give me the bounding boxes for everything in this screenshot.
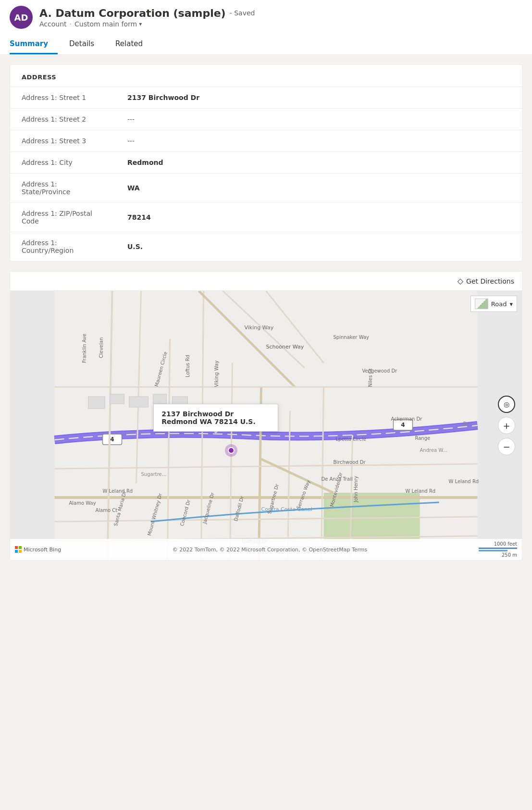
svg-text:Franklin Ave: Franklin Ave: [82, 334, 87, 363]
tab-related[interactable]: Related: [115, 35, 152, 54]
header-top: AD A. Datum Corporation (sample) - Saved…: [10, 6, 522, 33]
svg-text:Clevelan: Clevelan: [99, 337, 104, 358]
bing-sq-yellow: [19, 550, 22, 553]
svg-rect-55: [88, 397, 105, 409]
field-label-5: Address 1: ZIP/Postal Code: [10, 203, 116, 232]
svg-rect-2: [324, 493, 420, 541]
field-value-4: WA: [116, 174, 522, 203]
get-directions-label: Get Directions: [466, 277, 514, 285]
entity-avatar: AD: [10, 6, 33, 29]
field-value-5: 78214: [116, 203, 522, 232]
svg-text:Range: Range: [415, 436, 431, 441]
svg-text:Alamo Ct: Alamo Ct: [96, 508, 118, 513]
map-container: 4 4: [10, 291, 522, 560]
bing-logo-squares: [15, 546, 22, 553]
location-target-icon: ◎: [504, 400, 509, 408]
address-table: Address 1: Street 1 2137 Birchwood Dr Ad…: [10, 87, 522, 261]
svg-text:Contra Costa Canal: Contra Costa Canal: [261, 506, 312, 512]
map-address-tooltip: 2137 Birchwood Dr Redmond WA 78214 U.S.: [153, 404, 278, 432]
scale-line-light: [479, 550, 507, 551]
form-name: Custom main form: [74, 20, 137, 28]
pin-outer: [225, 444, 237, 457]
svg-text:John Henry: John Henry: [353, 476, 359, 503]
svg-rect-58: [153, 394, 167, 404]
address-section-title: ADDRESS: [10, 65, 522, 87]
address-row: Address 1: ZIP/Postal Code 78214: [10, 203, 522, 232]
scale-lines: [479, 548, 517, 551]
field-value-1: ---: [116, 109, 522, 130]
scale-line-blue: [479, 548, 517, 549]
minus-icon: −: [503, 442, 510, 452]
form-selector[interactable]: Custom main form ▾: [74, 20, 142, 28]
bing-label: Microsoft Bing: [24, 547, 61, 553]
get-directions-button[interactable]: ◇ Get Directions: [458, 276, 514, 286]
map-controls: ◎ + −: [498, 396, 515, 455]
svg-text:Andrea W...: Andrea W...: [420, 448, 447, 453]
pin-inner: [228, 447, 235, 454]
map-scale-bar: 1000 feet 250 m: [479, 541, 517, 558]
directions-icon: ◇: [458, 276, 463, 286]
svg-text:Schooner Way: Schooner Way: [266, 344, 304, 350]
breadcrumb-separator: ·: [70, 20, 72, 28]
svg-text:Vedgewood Dr: Vedgewood Dr: [362, 368, 398, 374]
my-location-button[interactable]: ◎: [498, 396, 515, 413]
entity-name: A. Datum Corporation (sample): [39, 7, 226, 19]
svg-text:4: 4: [110, 436, 114, 443]
svg-rect-56: [110, 394, 124, 404]
address-row: Address 1: City Redmond: [10, 152, 522, 174]
zoom-out-button[interactable]: −: [498, 438, 515, 455]
road-icon: [475, 299, 488, 309]
map-copyright: © 2022 TomTom, © 2022 Microsoft Corporat…: [173, 547, 368, 553]
svg-rect-57: [129, 397, 148, 407]
breadcrumb-account[interactable]: Account: [39, 20, 67, 28]
svg-text:Viking Way: Viking Way: [214, 361, 219, 387]
svg-text:Spinnaker Way: Spinnaker Way: [334, 335, 370, 340]
road-type-selector[interactable]: Road ▾: [470, 296, 517, 312]
svg-text:4: 4: [401, 422, 405, 428]
scale-feet-label: 1000 feet: [494, 541, 517, 547]
chevron-down-icon: ▾: [139, 21, 142, 27]
map-footer: Microsoft Bing © 2022 TomTom, © 2022 Mic…: [10, 539, 522, 560]
address-row: Address 1: Street 3 ---: [10, 130, 522, 152]
svg-text:Sugartre...: Sugartre...: [141, 472, 167, 477]
map-card: ◇ Get Directions: [10, 271, 522, 561]
tab-bar: Summary Details Related: [10, 35, 522, 54]
bing-sq-blue: [15, 550, 18, 553]
address-row: Address 1: Street 1 2137 Birchwood Dr: [10, 87, 522, 109]
header-title-group: A. Datum Corporation (sample) - Saved Ac…: [39, 7, 255, 28]
svg-text:Be...: Be...: [463, 421, 474, 426]
zoom-in-button[interactable]: +: [498, 417, 515, 434]
svg-text:Alamo Way: Alamo Way: [69, 500, 96, 506]
svg-text:Lpetta Circle: Lpetta Circle: [336, 436, 366, 442]
bing-sq-green: [19, 546, 22, 549]
svg-text:W Leland Rd: W Leland Rd: [103, 488, 133, 494]
svg-text:Ackerman Dr: Ackerman Dr: [391, 416, 423, 422]
road-chevron-icon: ▾: [509, 300, 513, 308]
svg-text:De Anza Trail: De Anza Trail: [322, 476, 353, 482]
svg-text:W Leland Rd: W Leland Rd: [406, 488, 436, 494]
address-row: Address 1: Street 2 ---: [10, 109, 522, 130]
field-value-2: ---: [116, 130, 522, 152]
address-row: Address 1: State/Province WA: [10, 174, 522, 203]
field-label-2: Address 1: Street 3: [10, 130, 116, 152]
breadcrumb: Account · Custom main form ▾: [39, 20, 255, 28]
svg-text:W Leland Rd: W Leland Rd: [449, 479, 479, 484]
field-label-4: Address 1: State/Province: [10, 174, 116, 203]
bing-sq-red: [15, 546, 18, 549]
svg-text:Birchwood Dr: Birchwood Dr: [334, 460, 366, 465]
main-content: ADDRESS Address 1: Street 1 2137 Birchwo…: [0, 55, 532, 570]
field-label-0: Address 1: Street 1: [10, 87, 116, 109]
field-label-1: Address 1: Street 2: [10, 109, 116, 130]
svg-text:Viking Way: Viking Way: [245, 324, 274, 331]
saved-badge: - Saved: [230, 9, 255, 17]
tab-details[interactable]: Details: [69, 35, 104, 54]
field-value-6: U.S.: [116, 232, 522, 262]
field-value-0: 2137 Birchwood Dr: [116, 87, 522, 109]
address-row: Address 1: Country/Region U.S.: [10, 232, 522, 262]
plus-icon: +: [503, 421, 510, 431]
field-label-6: Address 1: Country/Region: [10, 232, 116, 262]
map-toolbar: ◇ Get Directions: [10, 272, 522, 291]
tab-summary[interactable]: Summary: [10, 35, 58, 54]
page-header: AD A. Datum Corporation (sample) - Saved…: [0, 0, 532, 55]
address-card: ADDRESS Address 1: Street 1 2137 Birchwo…: [10, 64, 522, 262]
